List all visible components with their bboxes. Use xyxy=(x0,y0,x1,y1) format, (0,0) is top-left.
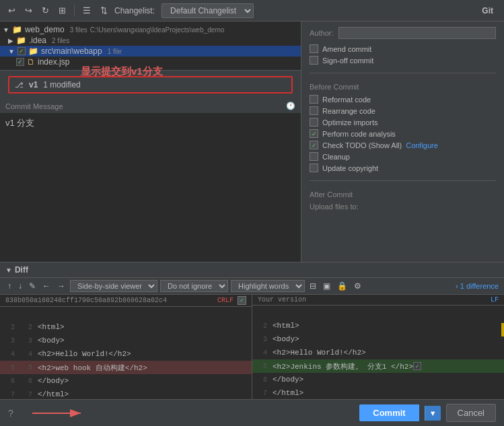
ignore-select[interactable]: Do not ignore xyxy=(160,280,228,292)
diff-title: Diff xyxy=(15,265,28,275)
perform-checkbox[interactable]: ✓ xyxy=(310,129,318,138)
divider2 xyxy=(310,180,496,181)
separator xyxy=(74,5,75,17)
checktodo-checkbox[interactable]: ✓ xyxy=(310,141,318,149)
author-input[interactable] xyxy=(338,27,496,39)
amend-row: Amend commit xyxy=(310,44,496,53)
checktodo-row: ✓ Check TODO (Show All) Configure xyxy=(310,141,496,149)
diff-right-line-6: 6 </body> xyxy=(252,373,504,386)
commit-message-input[interactable]: v1 分支 xyxy=(0,113,301,262)
updatecopyright-label: Update copyright xyxy=(322,164,378,172)
diff-right-pane: Your version LF 2 <html> 3 <body> 4 xyxy=(252,295,504,399)
root-name: web_demo xyxy=(25,25,65,34)
idea-folder-icon: 📁 xyxy=(16,36,26,45)
crlf-checkbox[interactable]: ✓ xyxy=(238,296,246,305)
signoff-checkbox[interactable] xyxy=(310,56,318,65)
diff-fwd-btn[interactable]: → xyxy=(55,281,67,291)
diff-edit-btn[interactable]: ✎ xyxy=(27,281,38,291)
diff-left-line-4: 4 4 <h2>Hello World!</h2> xyxy=(0,347,252,361)
lock-btn[interactable]: 🔒 xyxy=(335,281,349,291)
optimize-checkbox[interactable] xyxy=(310,118,318,127)
main-area: ▼ 📁 web_demo 3 files C:\Users\wangxiang\… xyxy=(0,22,504,262)
author-label: Author: xyxy=(310,29,333,37)
branch-modified: 1 modified xyxy=(43,80,80,90)
diff-left-line-7: 7 7 </html> xyxy=(0,388,252,399)
layout-btn[interactable]: ▣ xyxy=(321,281,332,291)
changelist-select[interactable]: Default Changelist xyxy=(161,3,254,18)
indexjsp-checkbox[interactable]: ✓ xyxy=(16,58,24,66)
diff-count: › 1 difference xyxy=(456,282,499,290)
left-panel: ▼ 📁 web_demo 3 files C:\Users\wangxiang\… xyxy=(0,22,301,262)
branch-name: v1 xyxy=(29,80,38,90)
diff-right-lines: 2 <html> 3 <body> 4 <h2>Hello World!</h2… xyxy=(252,306,504,399)
commit-dropdown-button[interactable]: ▼ xyxy=(425,406,441,421)
configure-link[interactable]: Configure xyxy=(406,141,438,149)
diff-right-line-1 xyxy=(252,306,504,319)
webapp-badge: 1 file xyxy=(108,48,122,55)
signoff-row: Sign-off commit xyxy=(310,56,496,65)
arrow-hint xyxy=(19,405,354,421)
rearrange-checkbox[interactable] xyxy=(310,106,318,115)
tree-root[interactable]: ▼ 📁 web_demo 3 files C:\Users\wangxiang\… xyxy=(0,24,301,35)
diff-toolbar: ↑ ↓ ✎ ← → Side-by-side viewer Do not ign… xyxy=(0,278,504,295)
commit-button[interactable]: Commit xyxy=(359,404,419,421)
perform-label: Perform code analysis xyxy=(322,130,396,138)
diff-file-info: 838b050a160248cff1790c50a892b860628a02c4… xyxy=(0,295,252,307)
right-panel: Author: Amend commit Sign-off commit Bef… xyxy=(301,22,504,262)
expand-icon-webapp: ▼ xyxy=(8,48,15,55)
settings-btn[interactable]: ⚙ xyxy=(352,281,363,291)
amend-checkbox[interactable] xyxy=(310,44,318,53)
diff-back-btn[interactable]: ← xyxy=(40,281,52,291)
diff-down-btn[interactable]: ↓ xyxy=(16,281,24,291)
author-row: Author: xyxy=(310,27,496,39)
tree-idea[interactable]: ▶ 📁 .idea 2 files xyxy=(0,35,301,46)
diff-right-line-2: 2 <html> xyxy=(252,319,504,332)
diff-left-line-1 xyxy=(0,307,252,320)
idea-badge: 2 files xyxy=(52,37,69,44)
diff-right-line-7: 7 </html> xyxy=(252,386,504,399)
history-icon[interactable]: 🕐 xyxy=(286,102,295,110)
line5-checkbox[interactable]: ✓ xyxy=(413,362,421,370)
webapp-folder-icon: 📁 xyxy=(28,46,38,56)
commit-msg-header: Commit Message 🕐 xyxy=(0,99,301,113)
viewer-select[interactable]: Side-by-side viewer xyxy=(70,280,157,292)
diff-right-line-4: 4 <h2>Hello World!</h2> xyxy=(252,346,504,359)
tree-webapp[interactable]: ▼ ✓ 📁 src\main\webapp 1 file xyxy=(0,46,301,57)
rearrange-label: Rearrange code xyxy=(322,107,375,115)
list-button[interactable]: ☰ xyxy=(80,4,94,17)
amend-label: Amend commit xyxy=(322,45,371,53)
group-button[interactable]: ⊞ xyxy=(56,4,69,17)
cleanup-checkbox[interactable] xyxy=(310,152,318,161)
diff-right-header: Your version LF xyxy=(252,295,504,306)
forward-button[interactable]: ↪ xyxy=(22,4,35,17)
git-label: Git xyxy=(482,6,499,15)
updatecopyright-checkbox[interactable] xyxy=(310,164,318,172)
expand-icon: ▼ xyxy=(3,26,9,34)
perform-row: ✓ Perform code analysis xyxy=(310,129,496,138)
highlight-select[interactable]: Highlight words xyxy=(231,280,305,292)
arrow-svg xyxy=(32,405,86,421)
diff-left-line-5: 5 5 <h2>web hook 自动构建</h2> xyxy=(0,361,252,374)
optimize-label: Optimize imports xyxy=(322,118,378,127)
reformat-checkbox[interactable] xyxy=(310,95,318,104)
cancel-button[interactable]: Cancel xyxy=(446,404,496,422)
help-button[interactable]: ? xyxy=(8,408,13,419)
reformat-row: Reformat code xyxy=(310,95,496,104)
diff-right-line-3: 3 <body> xyxy=(252,332,504,346)
back-button[interactable]: ↩ xyxy=(5,4,18,17)
refresh-button[interactable]: ↻ xyxy=(39,4,52,17)
diff-content: 838b050a160248cff1790c50a892b860628a02c4… xyxy=(0,295,504,399)
before-commit-label: Before Commit xyxy=(310,83,496,91)
sort-button[interactable]: ⇅ xyxy=(98,4,110,17)
diff-right-line-5: 5 <h2>Jenkins 参数构建。 分支1 </h2> ✓ xyxy=(252,359,504,373)
after-commit-label: After Commit xyxy=(310,190,496,199)
upload-files-label: Upload files to: xyxy=(310,203,496,211)
sync-btn[interactable]: ⊟ xyxy=(308,281,318,291)
webapp-checkbox[interactable]: ✓ xyxy=(17,47,26,55)
diff-section: ▼ Diff ↑ ↓ ✎ ← → Side-by-side viewer Do … xyxy=(0,262,504,399)
cleanup-label: Cleanup xyxy=(322,153,350,161)
diff-up-btn[interactable]: ↑ xyxy=(5,281,13,291)
reformat-label: Reformat code xyxy=(322,96,371,104)
diff-collapse[interactable]: ▼ xyxy=(5,267,12,274)
diff-left-line-2: 2 2 <html> xyxy=(0,320,252,334)
